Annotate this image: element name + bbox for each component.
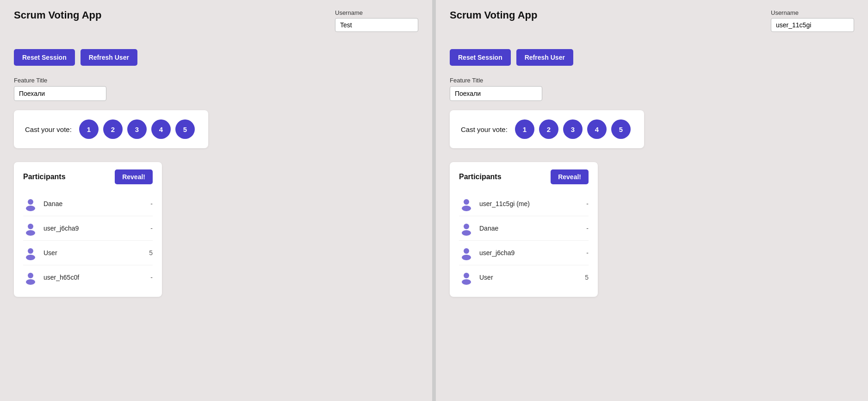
user-avatar-icon bbox=[23, 196, 38, 211]
right-vote-btn-4[interactable]: 4 bbox=[587, 119, 607, 139]
left-feature-title-label: Feature Title bbox=[14, 77, 418, 84]
right-btn-row: Reset Session Refresh User bbox=[450, 49, 854, 66]
left-participants-title: Participants bbox=[23, 173, 66, 181]
svg-point-11 bbox=[462, 230, 471, 236]
right-vote-btn-5[interactable]: 5 bbox=[611, 119, 631, 139]
left-participants-header: Participants Reveal! bbox=[23, 169, 153, 184]
left-feature-title-input[interactable] bbox=[14, 86, 106, 101]
participant-score: - bbox=[143, 274, 153, 281]
user-avatar-icon bbox=[23, 270, 38, 285]
left-cast-vote-label: Cast your vote: bbox=[25, 125, 72, 133]
svg-point-9 bbox=[462, 206, 471, 211]
left-feature-section: Feature Title bbox=[14, 77, 418, 101]
participant-name: user_h65c0f bbox=[43, 274, 138, 281]
participant-score: - bbox=[579, 249, 589, 257]
panel-divider bbox=[432, 0, 436, 401]
left-vote-btn-1[interactable]: 1 bbox=[79, 119, 99, 139]
user-avatar-icon bbox=[459, 221, 474, 236]
participant-score: 5 bbox=[579, 274, 589, 281]
list-item: user_h65c0f- bbox=[23, 265, 153, 289]
right-participants-title: Participants bbox=[459, 173, 502, 181]
left-vote-btn-5[interactable]: 5 bbox=[175, 119, 195, 139]
list-item: Danae- bbox=[459, 216, 589, 241]
left-vote-card: Cast your vote: 1 2 3 4 5 bbox=[14, 110, 208, 148]
user-avatar-icon bbox=[459, 196, 474, 211]
svg-point-13 bbox=[462, 255, 471, 260]
right-username-input[interactable] bbox=[771, 18, 854, 32]
svg-point-3 bbox=[26, 230, 35, 236]
left-vote-btn-3[interactable]: 3 bbox=[127, 119, 147, 139]
left-btn-row: Reset Session Refresh User bbox=[14, 49, 418, 66]
user-avatar-icon bbox=[23, 245, 38, 260]
right-reset-session-button[interactable]: Reset Session bbox=[450, 49, 511, 66]
left-username-label: Username bbox=[335, 9, 363, 16]
svg-point-4 bbox=[28, 248, 33, 254]
right-participants-list: user_11c5gi (me)- Danae- user_j6cha9- Us… bbox=[459, 192, 589, 289]
svg-point-14 bbox=[464, 273, 469, 278]
participant-score: 5 bbox=[143, 249, 153, 257]
right-participants-card: Participants Reveal! user_11c5gi (me)- D… bbox=[450, 162, 598, 297]
participant-name: user_j6cha9 bbox=[479, 249, 574, 257]
left-participants-list: Danae- user_j6cha9- User5 user_h65c0f- bbox=[23, 192, 153, 289]
right-cast-vote-label: Cast your vote: bbox=[461, 125, 508, 133]
participant-score: - bbox=[143, 225, 153, 232]
svg-point-2 bbox=[28, 224, 33, 229]
left-vote-buttons: 1 2 3 4 5 bbox=[79, 119, 195, 139]
list-item: User5 bbox=[459, 265, 589, 289]
right-vote-btn-3[interactable]: 3 bbox=[563, 119, 583, 139]
participant-name: User bbox=[479, 274, 574, 281]
user-avatar-icon bbox=[459, 270, 474, 285]
right-refresh-user-button[interactable]: Refresh User bbox=[516, 49, 573, 66]
participant-score: - bbox=[143, 200, 153, 207]
right-feature-title-label: Feature Title bbox=[450, 77, 854, 84]
right-participants-header: Participants Reveal! bbox=[459, 169, 589, 184]
left-vote-btn-4[interactable]: 4 bbox=[151, 119, 171, 139]
left-participants-card: Participants Reveal! Danae- user_j6cha9-… bbox=[14, 162, 162, 297]
right-panel: Scrum Voting App Username Reset Session … bbox=[436, 0, 868, 401]
list-item: User5 bbox=[23, 241, 153, 265]
list-item: user_j6cha9- bbox=[459, 241, 589, 265]
participant-name: user_11c5gi (me) bbox=[479, 200, 574, 207]
right-vote-buttons: 1 2 3 4 5 bbox=[515, 119, 631, 139]
right-vote-btn-2[interactable]: 2 bbox=[539, 119, 558, 139]
left-panel: Scrum Voting App Username Reset Session … bbox=[0, 0, 432, 401]
svg-point-0 bbox=[28, 199, 33, 205]
left-reveal-button[interactable]: Reveal! bbox=[115, 169, 153, 184]
svg-point-5 bbox=[26, 255, 35, 260]
right-username-label: Username bbox=[771, 9, 799, 16]
svg-point-1 bbox=[26, 206, 35, 211]
left-vote-btn-2[interactable]: 2 bbox=[103, 119, 123, 139]
participant-name: user_j6cha9 bbox=[43, 225, 138, 232]
list-item: user_11c5gi (me)- bbox=[459, 192, 589, 216]
right-feature-title-input[interactable] bbox=[450, 86, 542, 101]
left-reset-session-button[interactable]: Reset Session bbox=[14, 49, 75, 66]
left-refresh-user-button[interactable]: Refresh User bbox=[81, 49, 137, 66]
participant-name: Danae bbox=[479, 225, 574, 232]
right-reveal-button[interactable]: Reveal! bbox=[551, 169, 589, 184]
svg-point-15 bbox=[462, 279, 471, 285]
list-item: user_j6cha9- bbox=[23, 216, 153, 241]
right-vote-btn-1[interactable]: 1 bbox=[515, 119, 534, 139]
svg-point-7 bbox=[26, 279, 35, 285]
list-item: Danae- bbox=[23, 192, 153, 216]
participant-score: - bbox=[579, 200, 589, 207]
svg-point-12 bbox=[464, 248, 469, 254]
svg-point-10 bbox=[464, 224, 469, 229]
svg-point-6 bbox=[28, 273, 33, 278]
user-avatar-icon bbox=[459, 245, 474, 260]
participant-name: Danae bbox=[43, 200, 138, 207]
left-username-input[interactable] bbox=[335, 18, 418, 32]
right-vote-card: Cast your vote: 1 2 3 4 5 bbox=[450, 110, 644, 148]
right-feature-section: Feature Title bbox=[450, 77, 854, 101]
right-username-area: Username bbox=[771, 9, 854, 32]
user-avatar-icon bbox=[23, 221, 38, 236]
left-username-area: Username bbox=[335, 9, 418, 32]
svg-point-8 bbox=[464, 199, 469, 205]
participant-score: - bbox=[579, 225, 589, 232]
participant-name: User bbox=[43, 249, 138, 257]
